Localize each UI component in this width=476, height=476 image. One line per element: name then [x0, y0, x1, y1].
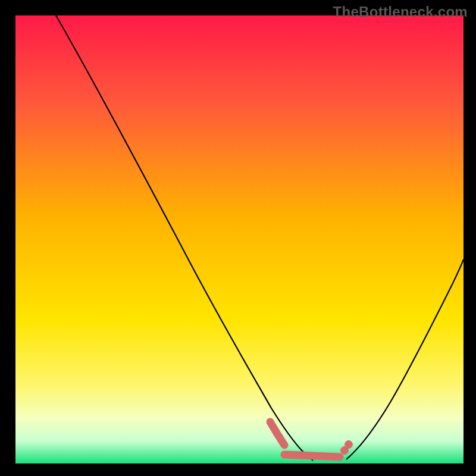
watermark-text: TheBottleneck.com — [333, 4, 468, 20]
chart-frame: TheBottleneck.com — [0, 0, 476, 476]
plot-area — [15, 15, 464, 464]
chart-lines — [15, 15, 464, 464]
left-curve — [56, 15, 313, 461]
right-curve — [346, 259, 464, 459]
svg-point-2 — [345, 441, 353, 449]
flat-markers-group — [270, 422, 353, 457]
